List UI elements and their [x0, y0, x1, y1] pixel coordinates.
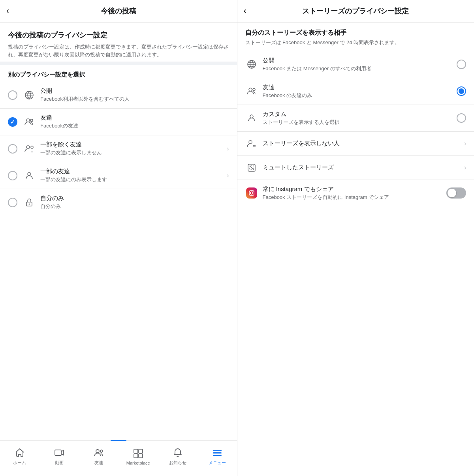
option-friends-sublabel: Facebookの友達: [40, 122, 229, 129]
s2-option-friends[interactable]: 友達 Facebook の友達のみ: [237, 78, 474, 105]
s2-public-text: 公開 Facebook または Messenger のすべての利用者: [263, 57, 457, 72]
s2-muted-stories-label: ミュートしたストーリーズ: [263, 164, 464, 171]
screen1-section-desc: 投稿のプライバシー設定は、作成時に都度変更できます。変更されたプライバシー設定は…: [8, 43, 229, 58]
svg-rect-15: [213, 450, 222, 451]
nav-menu[interactable]: メニュー: [198, 447, 237, 466]
radio-friends-except: [8, 144, 17, 154]
screen2-header: ‹ ストーリーズのプライバシー設定: [237, 0, 474, 22]
option-friends-except-sublabel: 一部の友達に表示しません: [40, 149, 227, 156]
screen1-header: ‹ 今後の投稿: [0, 0, 237, 22]
svg-rect-16: [213, 452, 222, 454]
option-specific-friends-text: 一部の友達 一部の友達にのみ表示します: [40, 168, 227, 183]
s2-hide-stories-text: ストーリーズを表示しない人: [263, 140, 464, 147]
s2-option-custom[interactable]: カスタム ストーリーズを表示する人を選択: [237, 105, 474, 132]
single-friend-icon: [23, 169, 36, 182]
option-only-me-sublabel: 自分のみ: [40, 203, 229, 210]
s2-globe-icon: [245, 58, 258, 71]
svg-point-26: [250, 192, 253, 194]
nav-marketplace-label: Marketplace: [126, 461, 150, 465]
svg-rect-11: [134, 449, 138, 453]
screen1-subsection-label: 別のプライバシー設定を選択: [0, 62, 237, 82]
s2-public-label: 公開: [263, 57, 457, 64]
option-friends[interactable]: 友達 Facebookの友達: [0, 109, 237, 135]
option-friends-except[interactable]: 一部を除く友達 一部の友達に表示しません ›: [0, 135, 237, 162]
option-public[interactable]: 公開 Facebook利用者以外を含むすべての人: [0, 82, 237, 109]
s2-option-public[interactable]: 公開 Facebook または Messenger のすべての利用者: [237, 51, 474, 78]
s2-mute-icon: [245, 161, 258, 174]
svg-point-9: [96, 450, 99, 453]
nav-home-label: ホーム: [13, 460, 26, 466]
option-friends-label: 友達: [40, 114, 229, 122]
nav-video[interactable]: 動画: [40, 447, 79, 466]
svg-point-27: [252, 191, 253, 192]
svg-point-7: [29, 203, 30, 204]
nav-friends[interactable]: 友達: [79, 447, 118, 466]
s2-option-muted-stories[interactable]: ミュートしたストーリーズ ›: [237, 156, 474, 180]
option-friends-except-label: 一部を除く友達: [40, 141, 227, 148]
svg-line-24: [250, 166, 254, 170]
s2-instagram-sublabel: Facebook ストーリーズを自動的に Instagram でシェア: [263, 194, 447, 201]
option-specific-friends-sublabel: 一部の友達にのみ表示します: [40, 176, 227, 183]
lock-icon: [23, 196, 36, 209]
screen1-options-list: 公開 Facebook利用者以外を含むすべての人: [0, 82, 237, 216]
marketplace-icon: [133, 448, 144, 459]
svg-point-20: [253, 88, 255, 91]
s2-option-hide-stories[interactable]: ストーリーズを表示しない人 ›: [237, 132, 474, 156]
s2-custom-sublabel: ストーリーズを表示する人を選択: [263, 119, 457, 126]
s2-custom-label: カスタム: [263, 111, 457, 118]
screen1-back-button[interactable]: ‹: [6, 6, 9, 16]
option-only-me[interactable]: 自分のみ 自分のみ: [0, 189, 237, 216]
screen2-title: ストーリーズのプライバシー設定: [302, 6, 409, 16]
option-public-label: 公開: [40, 87, 229, 95]
video-icon: [54, 447, 65, 458]
s2-friends-text: 友達 Facebook の友達のみ: [263, 84, 457, 99]
screen-future-posts: ‹ 今後の投稿 今後の投稿のプライバシー設定 投稿のプライバシー設定は、作成時に…: [0, 0, 237, 476]
svg-point-19: [249, 88, 252, 91]
radio-specific-friends: [8, 171, 17, 180]
screen1-section-title: 今後の投稿のプライバシー設定: [8, 30, 229, 40]
svg-rect-8: [55, 450, 61, 455]
option-specific-friends-label: 一部の友達: [40, 168, 227, 175]
globe-icon: [23, 89, 36, 101]
s2-radio-friends: [457, 86, 466, 96]
s2-hide-stories-label: ストーリーズを表示しない人: [263, 140, 464, 147]
option-friends-text: 友達 Facebookの友達: [40, 114, 229, 129]
screen-stories-privacy: ‹ ストーリーズのプライバシー設定 自分のストーリーズを表示する相手 ストーリー…: [237, 0, 474, 476]
s2-chevron-hide: ›: [464, 140, 466, 147]
menu-icon: [212, 447, 223, 458]
screen2-back-button[interactable]: ‹: [244, 6, 246, 16]
checkmark-friends: [8, 117, 17, 127]
svg-point-2: [30, 119, 33, 122]
s2-hide-stories-icon: [245, 137, 258, 150]
home-icon: [14, 447, 25, 458]
chevron-friends-except: ›: [227, 145, 229, 152]
svg-point-5: [28, 172, 31, 176]
s2-custom-icon: [245, 112, 258, 124]
screen2-options-list: 公開 Facebook または Messenger のすべての利用者: [237, 51, 474, 206]
nav-notifications[interactable]: お知らせ: [158, 447, 198, 466]
option-specific-friends[interactable]: 一部の友達 一部の友達にのみ表示します ›: [0, 162, 237, 189]
s2-option-instagram[interactable]: 常に Instagram でもシェア Facebook ストーリーズを自動的に …: [237, 180, 474, 206]
nav-notifications-label: お知らせ: [169, 460, 186, 466]
s2-radio-public: [457, 60, 466, 69]
instagram-toggle[interactable]: [446, 187, 466, 199]
screen1-title: 今後の投稿: [101, 6, 136, 16]
nav-home[interactable]: ホーム: [0, 447, 40, 466]
s2-friends-label: 友達: [263, 84, 457, 91]
s2-public-sublabel: Facebook または Messenger のすべての利用者: [263, 65, 457, 72]
friends-minus-icon: [23, 142, 36, 155]
svg-point-22: [249, 141, 252, 144]
nav-marketplace[interactable]: Marketplace: [118, 448, 158, 465]
instagram-icon: [245, 187, 258, 199]
menu-active-indicator: [111, 440, 126, 441]
option-only-me-label: 自分のみ: [40, 195, 229, 202]
screen1-content: 今後の投稿のプライバシー設定 投稿のプライバシー設定は、作成時に都度変更できます…: [0, 22, 237, 476]
svg-rect-12: [139, 449, 143, 453]
s2-chevron-muted: ›: [464, 164, 466, 171]
radio-public: [8, 90, 17, 100]
option-friends-except-text: 一部を除く友達 一部の友達に表示しません: [40, 141, 227, 156]
nav-friends-label: 友達: [94, 460, 103, 466]
friends-icon: [23, 116, 36, 128]
svg-point-1: [26, 119, 30, 122]
bottom-navigation: ホーム 動画: [0, 440, 237, 476]
